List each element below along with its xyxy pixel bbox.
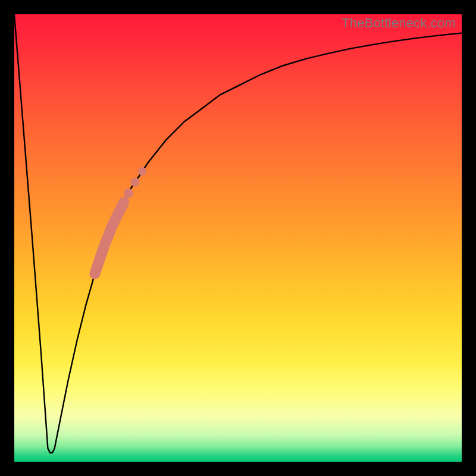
chart-frame: TheBottleneck.com	[0, 0, 476, 476]
highlight-dot	[131, 178, 140, 187]
highlight-thick-segment	[95, 202, 124, 274]
highlight-dot	[124, 189, 133, 198]
attribution-watermark: TheBottleneck.com	[342, 15, 456, 31]
highlight-dot	[138, 167, 146, 176]
plot-area: TheBottleneck.com	[14, 14, 462, 462]
curve-layer	[14, 14, 462, 462]
highlight-dots	[124, 167, 146, 198]
bottleneck-curve	[14, 14, 462, 453]
